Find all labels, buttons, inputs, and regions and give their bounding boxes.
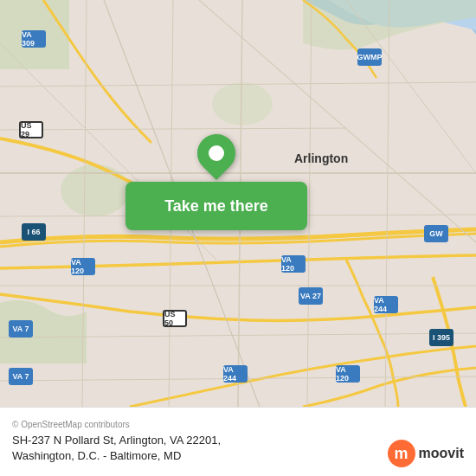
attribution-text: © OpenStreetMap contributors (12, 420, 130, 429)
address-line2: Washington, D.C. - Baltimore, MD (12, 449, 181, 462)
road-badge-va120a: VA 120 (71, 258, 95, 275)
moovit-icon: m (388, 440, 415, 467)
road-badge-va7b: VA 7 (9, 368, 33, 385)
moovit-name: moovit (419, 446, 464, 461)
road-badge-gwmp: GWMP (357, 48, 382, 66)
map-view: Arlington VA 309 US 29 I 66 VA 7 VA 7 VA… (0, 0, 476, 407)
road-badge-us29: US 29 (19, 121, 43, 138)
road-badge-va120c: VA 120 (336, 365, 360, 383)
road-badge-va27: VA 27 (299, 287, 323, 305)
svg-point-1 (61, 164, 130, 216)
svg-point-2 (212, 82, 273, 125)
attribution: © OpenStreetMap contributors (12, 420, 464, 429)
info-bar: © OpenStreetMap contributors SH-237 N Po… (0, 407, 476, 476)
moovit-logo: m moovit (388, 440, 464, 467)
road-badge-gw: GW (424, 225, 448, 242)
button-label: Take me there (164, 197, 268, 215)
take-me-there-button[interactable]: Take me there (125, 182, 307, 230)
road-badge-i66: I 66 (22, 223, 46, 241)
address-line1: SH-237 N Pollard St, Arlington, VA 22201… (12, 434, 221, 447)
road-badge-va244b: VA 244 (374, 296, 398, 313)
road-badge-va120b: VA 120 (281, 255, 306, 273)
location-pin (195, 134, 238, 186)
road-badge-va244a: VA 244 (223, 365, 248, 383)
road-badge-us50: US 50 (163, 310, 187, 327)
road-badge-va7a: VA 7 (9, 320, 33, 338)
road-badge-va309: VA 309 (22, 30, 46, 48)
moovit-letter: m (395, 445, 408, 463)
road-badge-i395: I 395 (429, 329, 453, 346)
